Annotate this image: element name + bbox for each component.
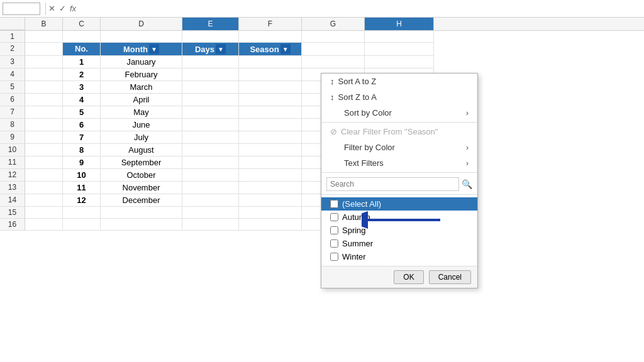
table-row: 2 No. Month ▼ Days ▼ [0,43,644,56]
season-dropdown-btn[interactable]: ▼ [280,44,291,54]
filter-winter-item[interactable]: Winter [321,250,477,263]
filter-dropdown: ↕ Sort A to Z ↕ Sort Z to A Sort by Colo… [321,73,478,288]
cell-h1[interactable] [365,31,434,43]
col-header-f[interactable]: F [239,18,302,30]
function-icon[interactable]: fx [70,4,76,13]
cell-g1[interactable] [302,31,365,43]
divider-2 [321,172,477,173]
text-filters-item[interactable]: Text Filters › [321,155,477,171]
row-header-2[interactable]: 2 [0,43,25,56]
filter-buttons: OK Cancel [321,266,477,288]
sort-za-icon: ↕ [330,92,335,102]
days-dropdown-btn[interactable]: ▼ [216,44,226,54]
cell-g2[interactable] [302,43,365,56]
row-header-7[interactable]: 7 [0,106,25,119]
cell-d2-header[interactable]: Month ▼ [101,43,182,56]
filter-search-input[interactable] [326,177,459,191]
summer-checkbox[interactable] [330,239,338,248]
divider-1 [321,122,477,123]
row-header-10[interactable]: 10 [0,144,25,156]
cell-b1[interactable] [25,31,63,43]
row-header-8[interactable]: 8 [0,119,25,131]
row-header-16[interactable]: 16 [0,219,25,231]
row-header-13[interactable]: 13 [0,182,25,194]
filter-color-arrow-icon: › [466,143,469,152]
cell-c2-header[interactable]: No. [63,43,101,56]
formula-icons: ✕ ✓ fx [48,4,76,13]
cell-b2[interactable] [25,43,63,56]
excel-window: H5 ✕ ✓ fx B C D E F G H [0,0,644,362]
sort-a-to-z-item[interactable]: ↕ Sort A to Z [321,74,477,89]
col-header-c[interactable]: C [63,18,101,30]
filter-autumn-item[interactable]: Autumn [321,211,477,224]
row-header-5[interactable]: 5 [0,81,25,94]
table-row: 1 [0,31,644,43]
cell-ref-input[interactable]: H5 [3,3,40,15]
winter-checkbox[interactable] [330,253,338,261]
filter-spring-item[interactable]: Spring [321,224,477,237]
autumn-checkbox[interactable] [330,213,338,221]
cell-c1[interactable] [63,31,101,43]
month-dropdown-btn[interactable]: ▼ [149,44,159,54]
row-header-1[interactable]: 1 [0,31,25,43]
formula-input[interactable] [79,3,641,14]
row-header-14[interactable]: 14 [0,194,25,207]
row-header-3[interactable]: 3 [0,56,25,69]
formula-bar: H5 ✕ ✓ fx [0,0,644,18]
cell-f1[interactable] [239,31,302,43]
search-icon: 🔍 [462,179,472,189]
filter-select-all-item[interactable]: (Select All) [321,197,477,211]
cell-f2-header[interactable]: Season ▼ [239,43,302,56]
filter-by-color-item[interactable]: Filter by Color › [321,140,477,155]
col-header-h[interactable]: H [365,18,434,30]
formula-separator [45,3,46,15]
text-filters-arrow-icon: › [466,158,469,168]
cell-e1[interactable] [182,31,239,43]
col-header-b[interactable]: B [25,18,63,30]
confirm-icon[interactable]: ✓ [59,4,66,13]
row-header-9[interactable]: 9 [0,131,25,144]
cancel-icon[interactable]: ✕ [48,4,55,13]
clear-filter-icon: ⊘ [330,127,337,136]
filter-cancel-button[interactable]: Cancel [429,270,471,284]
row-header-6[interactable]: 6 [0,94,25,106]
filter-summer-item[interactable]: Summer [321,237,477,250]
filter-ok-button[interactable]: OK [394,270,423,284]
cell-e2-header[interactable]: Days ▼ [182,43,239,56]
col-header-d[interactable]: D [101,18,182,30]
corner-cell [0,18,25,30]
cell-h2[interactable] [365,43,434,56]
row-header-15[interactable]: 15 [0,207,25,219]
sort-z-to-a-item[interactable]: ↕ Sort Z to A [321,89,477,105]
spreadsheet: B C D E F G H 1 [0,18,644,362]
row-header-4[interactable]: 4 [0,69,25,81]
table-row: 3 1 January [0,56,644,69]
spring-checkbox[interactable] [330,226,338,234]
filter-search-row: 🔍 [321,174,477,195]
cell-d1[interactable] [101,31,182,43]
col-header-g[interactable]: G [302,18,365,30]
select-all-checkbox[interactable] [330,200,338,208]
filter-list: (Select All) Autumn Spring Summer Winter [321,195,477,266]
row-header-12[interactable]: 12 [0,169,25,182]
col-header-e[interactable]: E [182,18,239,30]
clear-filter-item[interactable]: ⊘ Clear Filter From "Season" [321,124,477,140]
column-headers: B C D E F G H [0,18,644,31]
sort-color-arrow-icon: › [466,108,469,118]
sort-az-icon: ↕ [330,77,335,86]
sort-by-color-item[interactable]: Sort by Color › [321,105,477,121]
row-header-11[interactable]: 11 [0,156,25,169]
